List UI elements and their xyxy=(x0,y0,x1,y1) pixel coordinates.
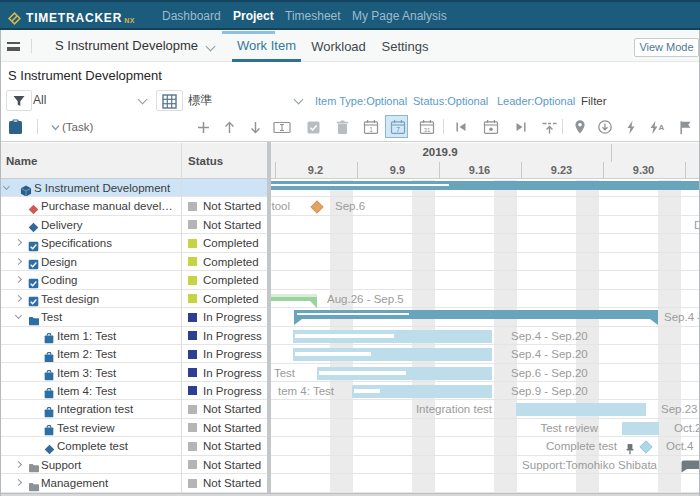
gantt-milestone-diamond[interactable] xyxy=(310,200,324,218)
view-dropdown-value[interactable]: 標準 xyxy=(188,88,212,113)
chevron-right-icon[interactable] xyxy=(15,479,22,486)
filter-link-status[interactable]: Status:Optional xyxy=(413,88,488,113)
rename-icon[interactable] xyxy=(273,118,291,136)
gantt-toolbar: 1731A (Task) xyxy=(0,113,700,142)
chevron-down-icon[interactable] xyxy=(3,183,10,190)
status-color-square xyxy=(188,294,197,303)
filter-link-item-type[interactable]: Item Type:Optional xyxy=(315,88,407,113)
column-header-name[interactable]: Name xyxy=(6,143,37,179)
filter-funnel-button[interactable] xyxy=(6,90,32,111)
status-color-square xyxy=(188,350,197,359)
calendar-day-icon[interactable]: 1 xyxy=(362,118,380,136)
nav-item-dashboard[interactable]: Dashboard xyxy=(162,2,221,30)
flag-icon[interactable] xyxy=(676,118,694,136)
table-row[interactable]: S Instrument Development xyxy=(0,179,267,197)
table-row[interactable]: SupportNot Started xyxy=(0,456,267,474)
summary-bar[interactable] xyxy=(271,181,700,190)
skip-end-icon[interactable] xyxy=(512,118,530,136)
work-item-name: Management xyxy=(41,474,180,492)
delete-icon[interactable] xyxy=(333,118,351,136)
task-progress-stripe xyxy=(295,352,371,356)
view-grid-button[interactable] xyxy=(156,90,183,111)
add-icon[interactable] xyxy=(194,118,212,136)
table-row[interactable]: DeliveryNot Started xyxy=(0,216,267,234)
timeline-month-divider xyxy=(611,144,612,162)
checkbox-icon[interactable] xyxy=(304,118,322,136)
nav-item-project[interactable]: Project xyxy=(233,2,274,30)
work-item-name: Design xyxy=(41,253,180,271)
filter-bar: All 標準 Item Type:OptionalStatus:Optional… xyxy=(0,88,700,113)
task-bar[interactable] xyxy=(622,422,659,435)
table-row[interactable]: Test designCompleted xyxy=(0,290,267,308)
brand-logo[interactable]: TIMETRACKER NX xyxy=(8,6,135,30)
chevron-right-icon[interactable] xyxy=(15,295,22,302)
chevron-right-icon[interactable] xyxy=(15,258,22,265)
tab-work-item[interactable]: Work Item xyxy=(232,30,301,62)
status-color-square xyxy=(188,423,197,432)
calendar-month-icon[interactable]: 31 xyxy=(418,118,436,136)
chevron-right-icon[interactable] xyxy=(15,239,22,246)
status-cell: Not Started xyxy=(188,400,261,418)
brand-mark-icon xyxy=(8,12,21,25)
gantt-task-right-label: Oct.4 xyxy=(666,437,693,455)
work-item-name: S Instrument Development xyxy=(34,179,180,197)
table-row[interactable]: Purchase manual devel…Not Started xyxy=(0,197,267,215)
week-tick xyxy=(357,162,358,179)
window-border-left xyxy=(0,30,1,496)
move-up-icon[interactable] xyxy=(220,118,238,136)
nav-item-timesheet[interactable]: Timesheet xyxy=(285,2,341,30)
timeline-month-label: 2019.9 xyxy=(380,143,500,161)
status-cell: In Progress xyxy=(188,345,262,363)
table-row[interactable]: Test reviewNot Started xyxy=(0,419,267,437)
work-item-name: Coding xyxy=(41,271,180,289)
table-row[interactable]: Integration testNot Started xyxy=(0,400,267,418)
nav-item-analysis[interactable]: Analysis xyxy=(402,2,447,30)
filter-link-leader[interactable]: Leader:Optional xyxy=(497,88,575,113)
tab-settings[interactable]: Settings xyxy=(376,30,434,62)
table-row[interactable]: Item 3: TestIn Progress xyxy=(0,364,267,382)
panel-splitter[interactable] xyxy=(267,142,271,496)
hierarchy-icon[interactable] xyxy=(540,118,558,136)
status-cell: Completed xyxy=(188,290,259,308)
completed-bar[interactable] xyxy=(271,294,317,301)
chevron-right-icon[interactable] xyxy=(15,461,22,468)
calendar-week-icon[interactable]: 7 xyxy=(389,118,407,136)
nav-item-my-page[interactable]: My Page xyxy=(352,2,399,30)
chevron-down-icon[interactable] xyxy=(15,312,22,319)
skip-start-icon[interactable] xyxy=(452,118,470,136)
calendar-today-icon[interactable] xyxy=(482,118,500,136)
status-color-square xyxy=(188,442,197,451)
work-item-name: Test review xyxy=(57,419,180,437)
status-cell: In Progress xyxy=(188,364,262,382)
tab-workload[interactable]: Workload xyxy=(307,30,370,62)
table-row[interactable]: Item 4: TestIn Progress xyxy=(0,382,267,400)
view-mode-button[interactable]: View Mode xyxy=(634,38,699,57)
summary-bar[interactable] xyxy=(294,310,658,319)
bolt-icon[interactable] xyxy=(622,118,640,136)
move-down-icon[interactable] xyxy=(246,118,264,136)
filter-dropdown-value[interactable]: All xyxy=(33,88,46,113)
column-header-status[interactable]: Status xyxy=(188,143,223,179)
table-row[interactable]: Item 1: TestIn Progress xyxy=(0,327,267,345)
project-selector[interactable]: S Instrument Developme xyxy=(55,30,223,62)
bolt-auto-icon[interactable]: A xyxy=(648,118,666,136)
table-row[interactable]: CodingCompleted xyxy=(0,271,267,289)
summary-end-right xyxy=(650,319,658,325)
map-pin-icon[interactable] xyxy=(571,118,589,136)
chevron-down-icon[interactable] xyxy=(138,95,148,105)
task-type-icon[interactable] xyxy=(6,118,24,136)
task-type-label: (Task) xyxy=(62,113,93,141)
table-row[interactable]: DesignCompleted xyxy=(0,253,267,271)
table-row[interactable]: TestIn Progress xyxy=(0,308,267,326)
task-progress-stripe xyxy=(295,334,394,338)
task-bar[interactable] xyxy=(516,403,646,416)
toolbar-separator xyxy=(37,119,38,134)
table-row[interactable]: Item 2: TestIn Progress xyxy=(0,345,267,363)
chevron-down-icon[interactable] xyxy=(294,95,304,105)
chevron-right-icon[interactable] xyxy=(15,276,22,283)
table-row[interactable]: SpecificationsCompleted xyxy=(0,234,267,252)
table-row[interactable]: Complete testNot Started xyxy=(0,437,267,455)
circle-down-icon[interactable] xyxy=(596,118,614,136)
menu-icon[interactable] xyxy=(7,42,20,51)
table-row[interactable]: ManagementNot Started xyxy=(0,474,267,492)
